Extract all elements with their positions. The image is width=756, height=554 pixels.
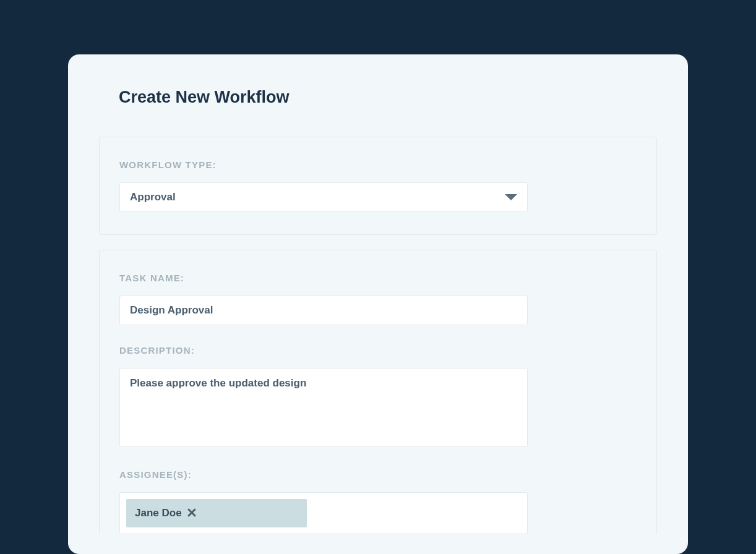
assignees-label: ASSIGNEE(S): xyxy=(119,469,637,480)
remove-assignee-icon[interactable] xyxy=(187,508,197,519)
assignee-chip: Jane Doe xyxy=(126,499,307,527)
chevron-down-icon xyxy=(505,194,517,200)
workflow-type-select[interactable]: Approval xyxy=(119,182,528,212)
description-textarea[interactable] xyxy=(119,368,528,447)
task-name-input[interactable] xyxy=(119,296,528,325)
description-label: DESCRIPTION: xyxy=(119,345,637,356)
modal-title: Create New Workflow xyxy=(119,88,657,107)
assignee-chip-label: Jane Doe xyxy=(135,507,182,519)
task-details-section: TASK NAME: DESCRIPTION: ASSIGNEE(S): Jan… xyxy=(99,250,657,534)
workflow-type-section: WORKFLOW TYPE: Approval xyxy=(99,137,657,235)
create-workflow-modal: Create New Workflow WORKFLOW TYPE: Appro… xyxy=(68,54,688,554)
workflow-type-label: WORKFLOW TYPE: xyxy=(119,160,637,170)
workflow-type-value: Approval xyxy=(130,191,176,203)
assignees-input[interactable]: Jane Doe xyxy=(119,492,528,534)
task-name-label: TASK NAME: xyxy=(119,273,637,283)
